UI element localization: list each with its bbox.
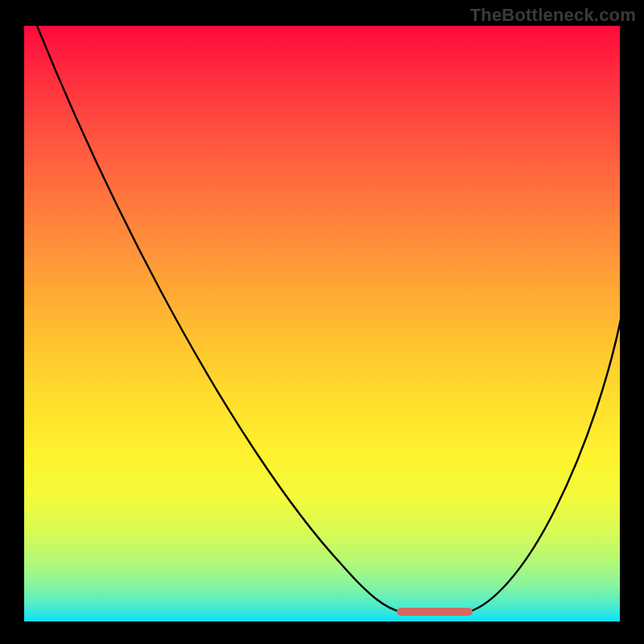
curve-right [469, 316, 620, 612]
bottleneck-curve [24, 26, 620, 621]
watermark-text: TheBottleneck.com [470, 5, 636, 26]
plot-area [24, 26, 620, 621]
curve-left [34, 26, 401, 612]
chart-container: TheBottleneck.com [0, 0, 644, 644]
